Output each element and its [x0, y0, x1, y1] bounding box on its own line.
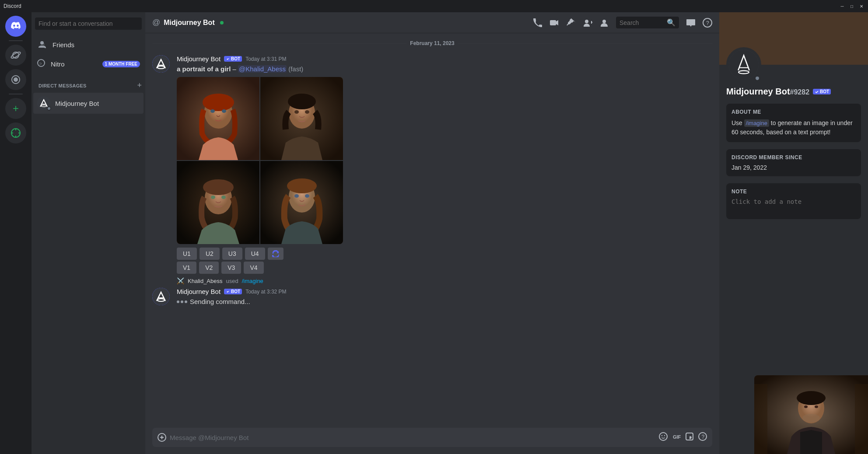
svg-point-14	[210, 109, 215, 113]
profile-status-dot	[754, 75, 760, 81]
planet-server-button[interactable]	[5, 45, 26, 66]
nitro-icon: ⊃	[37, 59, 46, 70]
system-command[interactable]: /imagine	[242, 278, 263, 284]
profile-info: Midjourney Bot#9282 BOT ABOUT ME Use /im…	[719, 65, 868, 226]
profile-name: Midjourney Bot#9282	[726, 87, 809, 97]
portrait-image-3[interactable]	[177, 161, 259, 244]
search-icon: 🔍	[667, 18, 676, 27]
message-1-timestamp: Today at 3:31 PM	[245, 56, 286, 62]
minimize-button[interactable]: ─	[839, 3, 845, 9]
loading-dots	[177, 300, 187, 303]
friends-nav-item[interactable]: Friends	[33, 36, 144, 53]
u2-button[interactable]: U2	[200, 248, 220, 260]
v4-button[interactable]: V4	[244, 262, 263, 274]
v2-button[interactable]: V2	[199, 262, 219, 274]
dm-sidebar: Friends ⊃ Nitro 1 MONTH FREE DIRECT MESS…	[32, 12, 145, 454]
bot-badge-2: BOT	[224, 289, 242, 294]
svg-point-25	[221, 196, 226, 199]
add-server-button[interactable]: +	[5, 98, 26, 119]
chat-input-box: GIF ?	[152, 428, 712, 447]
gif-button[interactable]: GIF	[672, 432, 681, 443]
note-section: NOTE	[726, 183, 861, 219]
search-bar-container	[32, 12, 145, 35]
midjourney-bot-avatar-small	[37, 96, 51, 110]
nitro-badge: 1 MONTH FREE	[102, 61, 140, 67]
openai-server-button[interactable]	[5, 69, 26, 90]
user-profile-button[interactable]	[599, 18, 609, 28]
svg-point-15	[222, 109, 226, 113]
video-button[interactable]	[550, 18, 559, 28]
message-bold-text: a portrait of a girl	[177, 65, 231, 73]
system-icon: ⚔️	[177, 277, 184, 284]
add-member-button[interactable]	[583, 18, 592, 28]
about-me-section: ABOUT ME Use /imagine to generate an ima…	[726, 104, 861, 142]
svg-point-24	[211, 196, 215, 199]
message-2-author: Midjourney Bot	[177, 288, 220, 295]
svg-point-31	[152, 288, 170, 305]
about-command: /imagine	[744, 119, 769, 127]
svg-point-34	[659, 433, 667, 440]
inbox-button[interactable]	[686, 18, 696, 28]
separator-line-left	[152, 43, 406, 44]
action-buttons-row2: V1 V2 V3 V4	[177, 262, 712, 274]
nitro-nav-item[interactable]: ⊃ Nitro 1 MONTH FREE	[33, 55, 144, 73]
svg-point-50	[802, 414, 820, 423]
emoji-button[interactable]	[659, 432, 668, 443]
profile-name-container: Midjourney Bot#9282 BOT	[726, 87, 861, 97]
bot-avatar-1	[152, 55, 170, 73]
svg-point-23	[203, 179, 234, 195]
u4-button[interactable]: U4	[245, 248, 265, 260]
about-me-title: ABOUT ME	[732, 109, 856, 115]
direct-messages-title: DIRECT MESSAGES	[38, 83, 87, 88]
search-box: 🔍	[616, 17, 679, 28]
dm-section-header: DIRECT MESSAGES +	[32, 74, 145, 92]
chat-messages: February 11, 2023 Midjourney Bot	[145, 33, 719, 428]
svg-rect-45	[855, 384, 868, 454]
dot-2	[181, 300, 183, 303]
message-2-loading: Sending command...	[177, 297, 712, 306]
app-container: + Friends ⊃	[0, 12, 868, 454]
close-button[interactable]: ✕	[858, 3, 864, 9]
system-message: ⚔️ Khalid_Abess used /imagine	[152, 276, 712, 286]
main-chat: @ Midjourney Bot	[145, 12, 719, 454]
sticker-button[interactable]	[685, 432, 694, 443]
member-since-section: DISCORD MEMBER SINCE Jan 29, 2022	[726, 149, 861, 176]
search-field[interactable]	[620, 19, 665, 26]
message-tag: (fast)	[288, 65, 303, 73]
image-grid[interactable]	[177, 77, 343, 244]
portrait-image-4[interactable]	[260, 161, 343, 244]
call-button[interactable]	[533, 18, 542, 28]
add-dm-button[interactable]: +	[137, 81, 142, 90]
help-button[interactable]: ?	[703, 18, 712, 28]
explore-button[interactable]	[5, 122, 26, 143]
chat-header-name: Midjourney Bot	[164, 19, 214, 27]
help-input-button[interactable]: ?	[698, 432, 707, 443]
u1-button[interactable]: U1	[177, 248, 197, 260]
pin-button[interactable]	[566, 18, 576, 28]
refresh-button[interactable]	[268, 248, 284, 260]
maximize-button[interactable]: □	[849, 3, 855, 9]
chat-input-actions: GIF ?	[659, 432, 707, 443]
v1-button[interactable]: V1	[177, 262, 196, 274]
midjourney-bot-dm-item[interactable]: Midjourney Bot	[33, 93, 144, 114]
chat-input[interactable]	[170, 430, 655, 446]
nitro-label: Nitro	[51, 60, 97, 68]
u3-button[interactable]: U3	[222, 248, 242, 260]
portrait-image-2[interactable]	[260, 77, 343, 160]
dot-3	[185, 300, 187, 303]
svg-text:GIF: GIF	[673, 434, 681, 440]
separator-line-right	[458, 43, 712, 44]
message-2-timestamp: Today at 3:32 PM	[245, 289, 286, 295]
portrait-image-1[interactable]	[177, 77, 259, 160]
bot-badge-1: BOT	[224, 56, 242, 62]
app-title: Discord	[4, 3, 21, 9]
search-input[interactable]	[35, 17, 142, 30]
v3-button[interactable]: V3	[221, 262, 241, 274]
window-controls: ─ □ ✕	[839, 3, 864, 9]
discord-home-button[interactable]	[5, 16, 26, 37]
friends-icon	[37, 39, 47, 50]
svg-text:?: ?	[706, 20, 709, 26]
attach-button[interactable]	[158, 433, 166, 442]
note-input[interactable]	[732, 198, 856, 212]
svg-text:⊃: ⊃	[39, 62, 42, 66]
